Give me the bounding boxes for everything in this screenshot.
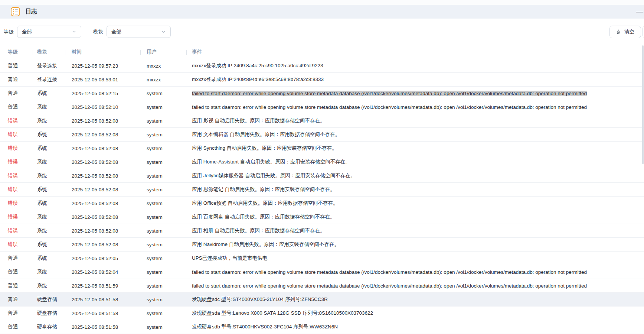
cell-user: mxxzx <box>140 77 186 82</box>
cell-level: 错误 <box>0 186 33 193</box>
log-row[interactable]: 错误系统2025-12-05 08:52:08system应用 文本编辑器 自动… <box>0 128 644 142</box>
log-row[interactable]: 普通登录连接2025-12-05 09:57:23mxxzxmxxzx登录成功 … <box>0 59 644 73</box>
cell-level: 错误 <box>0 214 33 220</box>
cell-time: 2025-12-05 08:51:59 <box>65 283 140 289</box>
log-row[interactable]: 普通硬盘存储2025-12-05 08:51:58system发现硬盘sdb 型… <box>0 320 644 334</box>
cell-event: 应用 Jellyfin媒体服务器 自动启用失败。原因：应用安装存储空间不存在。 <box>186 172 644 179</box>
clear-logs-button[interactable]: 清空 <box>609 26 641 38</box>
cell-event: 应用 Home-Assistant 自动启用失败。原因：应用安装存储空间不存在。 <box>186 159 644 165</box>
level-filter-select[interactable]: 全部 <box>17 26 81 38</box>
log-row[interactable]: 错误系统2025-12-05 08:52:08system应用 百度网盘 自动启… <box>0 210 644 224</box>
log-row[interactable]: 错误系统2025-12-05 08:52:08system应用 思源笔记 自动启… <box>0 183 644 197</box>
cell-user: system <box>140 146 186 151</box>
cell-user: system <box>140 242 186 247</box>
log-row[interactable]: 错误系统2025-12-05 08:52:08system应用 Navidrom… <box>0 238 644 252</box>
cell-event: 应用 Syncthing 自动启用失败。原因：应用安装存储空间不存在。 <box>186 145 644 152</box>
scrollbar-thumb[interactable] <box>642 45 644 164</box>
log-row[interactable]: 错误系统2025-12-05 08:52:08system应用 相册 自动启用失… <box>0 224 644 238</box>
cell-time: 2025-12-05 08:51:58 <box>65 311 140 316</box>
cell-time: 2025-12-05 08:51:58 <box>65 297 140 302</box>
log-row[interactable]: 普通系统2025-12-05 08:52:10systemfailed to s… <box>0 100 644 114</box>
log-row[interactable]: 普通系统2025-12-05 08:51:59systemfailed to s… <box>0 279 644 293</box>
cell-event: failed to start daemon: error while open… <box>186 104 644 110</box>
cell-time: 2025-12-05 08:53:01 <box>65 77 140 82</box>
log-row[interactable]: 普通系统2025-12-05 08:52:15systemfailed to s… <box>0 87 644 100</box>
cell-module: 系统 <box>33 269 65 275</box>
cell-user: system <box>140 228 186 234</box>
cell-event: failed to start daemon: error while open… <box>186 269 644 275</box>
cell-user: system <box>140 201 186 206</box>
cell-level: 错误 <box>0 172 33 179</box>
cell-user: system <box>140 132 186 137</box>
cell-level: 普通 <box>0 90 33 97</box>
cell-time: 2025-12-05 08:52:08 <box>65 187 140 192</box>
log-row[interactable]: 错误系统2025-12-05 08:52:08system应用 Office预览… <box>0 197 644 210</box>
cell-module: 系统 <box>33 90 65 97</box>
log-row[interactable]: 错误系统2025-12-05 08:52:08system应用 Jellyfin… <box>0 169 644 183</box>
cell-level: 错误 <box>0 241 33 248</box>
cell-level: 错误 <box>0 117 33 124</box>
cell-module: 系统 <box>33 159 65 165</box>
minimize-button[interactable]: — <box>636 7 643 14</box>
cell-time: 2025-12-05 08:51:58 <box>65 324 140 330</box>
cell-level: 普通 <box>0 255 33 262</box>
cell-event: 应用 Navidrome 自动启用失败。原因：应用安装存储空间不存在。 <box>186 241 644 248</box>
log-row[interactable]: 错误系统2025-12-05 08:52:08system应用 Home-Ass… <box>0 155 644 169</box>
cell-module: 系统 <box>33 200 65 207</box>
cell-event: mxxzx登录成功 IP:2409:8a4c:25:c90:1025:a0cc:… <box>186 62 644 69</box>
log-row[interactable]: 普通硬盘存储2025-12-05 08:51:58system发现硬盘sda 型… <box>0 307 644 320</box>
cell-event: 发现硬盘sdc 型号:ST4000VX005-2LY104 序列号:ZFN5CC… <box>186 296 644 303</box>
log-app-icon <box>11 7 20 16</box>
broom-icon <box>616 29 621 35</box>
cell-module: 系统 <box>33 255 65 262</box>
cell-event: UPS已连接成功，当前是市电供电 <box>186 255 644 262</box>
cell-user: system <box>140 269 186 275</box>
cell-time: 2025-12-05 08:52:08 <box>65 214 140 220</box>
cell-module: 系统 <box>33 241 65 248</box>
cell-level: 普通 <box>0 76 33 83</box>
log-row[interactable]: 错误系统2025-12-05 08:52:08system应用 Syncthin… <box>0 142 644 155</box>
module-filter-value: 全部 <box>111 29 121 35</box>
cell-module: 硬盘存储 <box>33 296 65 303</box>
cell-module: 系统 <box>33 172 65 179</box>
cell-time: 2025-12-05 08:52:08 <box>65 201 140 206</box>
cell-level: 错误 <box>0 145 33 152</box>
log-row[interactable]: 错误系统2025-12-05 08:52:08system应用 影视 自动启用失… <box>0 114 644 128</box>
level-filter-value: 全部 <box>22 29 32 35</box>
cell-level: 普通 <box>0 296 33 303</box>
cell-level: 普通 <box>0 282 33 289</box>
log-table-body: 普通登录连接2025-12-05 09:57:23mxxzxmxxzx登录成功 … <box>0 59 644 334</box>
cell-level: 错误 <box>0 159 33 165</box>
cell-time: 2025-12-05 08:52:05 <box>65 256 140 261</box>
module-filter-select[interactable]: 全部 <box>107 26 171 38</box>
cell-module: 系统 <box>33 282 65 289</box>
log-row[interactable]: 普通硬盘存储2025-12-05 08:51:58system发现硬盘sdc 型… <box>0 293 644 307</box>
cell-user: mxxzx <box>140 63 186 69</box>
column-header-user[interactable]: 用户 <box>140 45 186 59</box>
column-header-level[interactable]: 等级 <box>0 45 33 59</box>
cell-module: 系统 <box>33 214 65 220</box>
cell-level: 普通 <box>0 269 33 275</box>
cell-module: 系统 <box>33 145 65 152</box>
log-row[interactable]: 普通登录连接2025-12-05 08:53:01mxxzxmxxzx登录成功 … <box>0 73 644 87</box>
cell-user: system <box>140 159 186 165</box>
cell-time: 2025-12-05 08:52:08 <box>65 242 140 247</box>
cell-user: system <box>140 283 186 289</box>
column-header-event[interactable]: 事件 <box>186 45 644 59</box>
log-row[interactable]: 普通系统2025-12-05 08:52:04systemfailed to s… <box>0 265 644 279</box>
log-row[interactable]: 普通系统2025-12-05 08:52:05systemUPS已连接成功，当前… <box>0 252 644 265</box>
column-header-module[interactable]: 模块 <box>33 45 65 59</box>
cell-event: failed to start daemon: error while open… <box>186 283 644 289</box>
cell-event: failed to start daemon: error while open… <box>186 91 644 96</box>
partial-button[interactable] <box>643 26 644 38</box>
cell-module: 硬盘存储 <box>33 324 65 330</box>
cell-level: 错误 <box>0 227 33 234</box>
column-header-time[interactable]: 时间 <box>65 45 140 59</box>
cell-user: system <box>140 214 186 220</box>
cell-time: 2025-12-05 08:52:10 <box>65 104 140 110</box>
cell-module: 系统 <box>33 117 65 124</box>
level-filter-label: 等级 <box>4 29 14 35</box>
top-strip <box>0 0 644 5</box>
cell-time: 2025-12-05 08:52:08 <box>65 159 140 165</box>
cell-event: 发现硬盘sdb 型号:ST4000HKVS002-3FC104 序列号:WW63… <box>186 324 644 330</box>
